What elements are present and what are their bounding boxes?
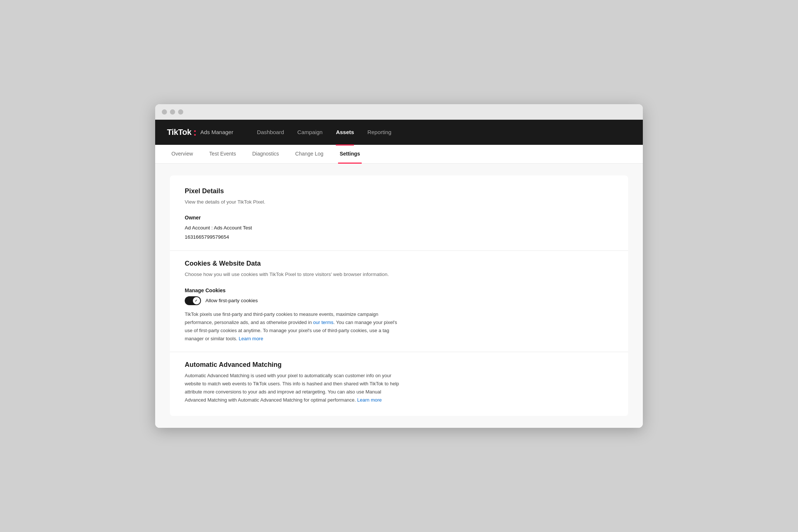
browser-chrome: [155, 104, 643, 120]
toggle-label: Allow first-party cookies: [205, 298, 258, 303]
cookies-desc: Choose how you will use cookies with Tik…: [185, 270, 613, 279]
tab-overview[interactable]: Overview: [170, 145, 194, 164]
cookie-description: TikTok pixels use first-party and third-…: [185, 310, 399, 343]
tab-change-log[interactable]: Change Log: [294, 145, 325, 164]
browser-window: TikTok: Ads Manager Dashboard Campaign A…: [155, 104, 643, 428]
our-terms-link[interactable]: our terms: [313, 320, 334, 325]
owner-label: Owner: [185, 215, 613, 221]
logo-dot: :: [193, 127, 197, 137]
nav-item-reporting[interactable]: Reporting: [367, 127, 391, 137]
browser-dot-yellow: [170, 109, 175, 115]
toggle-row: ✓ Allow first-party cookies: [185, 296, 613, 305]
tab-settings[interactable]: Settings: [338, 145, 361, 164]
auto-matching-title: Automatic Advanced Matching: [185, 361, 613, 369]
nav-item-assets[interactable]: Assets: [336, 127, 354, 137]
cookies-title: Cookies & Website Data: [185, 260, 613, 267]
owner-value: Ad Account : Ads Account Test 1631665799…: [185, 224, 613, 242]
toggle-knob: ✓: [193, 297, 200, 304]
nav-item-campaign[interactable]: Campaign: [297, 127, 323, 137]
pixel-details: Pixel Details View the details of your T…: [185, 187, 613, 242]
cookies-section: Cookies & Website Data Choose how you wi…: [185, 260, 613, 343]
first-party-cookies-toggle[interactable]: ✓: [185, 296, 201, 305]
pixel-details-desc: View the details of your TikTok Pixel.: [185, 198, 613, 206]
logo: TikTok: Ads Manager: [167, 127, 233, 137]
auto-matching-desc: Automatic Advanced Matching is used with…: [185, 372, 399, 404]
learn-more-matching-link[interactable]: Learn more: [357, 397, 382, 403]
browser-dot-green: [178, 109, 183, 115]
divider-2: [170, 352, 628, 352]
logo-tiktok: TikTok: [167, 127, 191, 137]
nav-item-dashboard[interactable]: Dashboard: [257, 127, 284, 137]
divider-1: [170, 250, 628, 251]
browser-dot-red: [162, 109, 167, 115]
nav-items: Dashboard Campaign Assets Reporting: [257, 127, 391, 137]
tab-diagnostics[interactable]: Diagnostics: [251, 145, 280, 164]
tab-test-events[interactable]: Test Events: [208, 145, 237, 164]
learn-more-cookies-link[interactable]: Learn more: [239, 336, 263, 341]
top-nav: TikTok: Ads Manager Dashboard Campaign A…: [155, 120, 643, 145]
automatic-matching-section: Automatic Advanced Matching Automatic Ad…: [185, 361, 613, 404]
pixel-details-title: Pixel Details: [185, 187, 613, 195]
sub-nav: Overview Test Events Diagnostics Change …: [155, 145, 643, 164]
main-content: Pixel Details View the details of your T…: [155, 164, 643, 428]
manage-cookies-label: Manage Cookies: [185, 287, 613, 293]
logo-subtitle: Ads Manager: [200, 129, 233, 135]
settings-section: Pixel Details View the details of your T…: [170, 175, 628, 416]
check-icon: ✓: [195, 299, 198, 303]
